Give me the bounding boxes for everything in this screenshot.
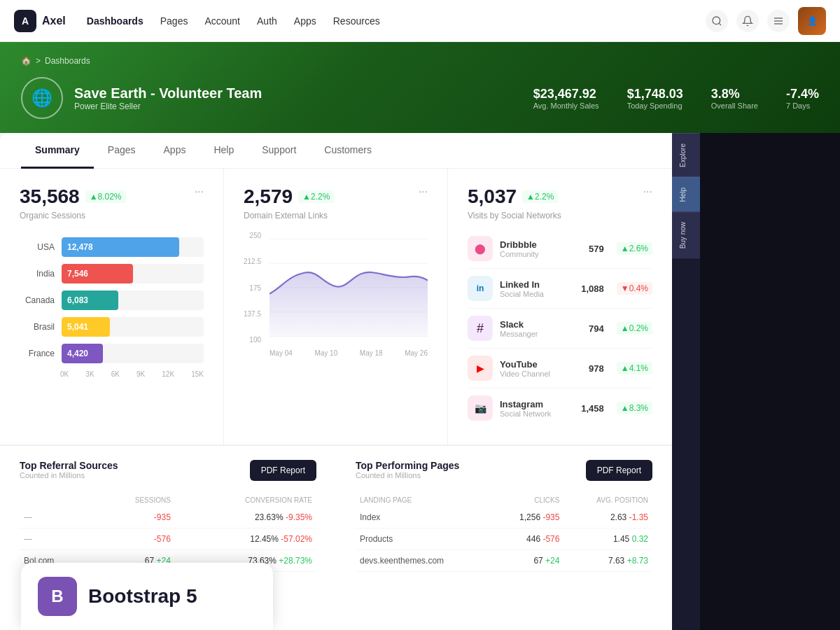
tab-summary[interactable]: Summary <box>21 133 94 169</box>
hero-subtitle: Power Elite Seller <box>74 102 262 111</box>
bar-chart: USA 12,478 India 7,546 <box>20 232 204 384</box>
top-pages-pdf-button[interactable]: PDF Report <box>586 460 652 481</box>
nav-resources[interactable]: Resources <box>333 15 380 27</box>
tab-help[interactable]: Help <box>200 133 248 169</box>
hero-stat-value-1: $1,748.03 <box>627 87 683 101</box>
metric-domain-links: 2,579 ▲2.2% ··· Domain External Links 25… <box>224 169 448 444</box>
tab-support[interactable]: Support <box>248 133 310 169</box>
top-pages-table: LANDING PAGE CLICKS AVG. POSITION Index … <box>356 493 652 572</box>
nav-right: 👤 <box>706 7 826 35</box>
sidebar-help[interactable]: Help <box>672 177 700 212</box>
hero-stat-label-3: 7 Days <box>786 102 819 110</box>
referral-table: SESSIONS CONVERSION RATE — -935 23.63% -… <box>20 493 316 572</box>
metric-organic-sessions: 35,568 ▲8.02% ··· Organic Sessions USA <box>0 169 224 444</box>
hero-stat-value-3: -7.4% <box>786 87 819 101</box>
metric-label-1: Domain External Links <box>244 211 428 220</box>
sidebar-buy[interactable]: Buy now <box>672 211 700 258</box>
breadcrumb: 🏠 > Dashboards <box>21 56 819 66</box>
nav-apps[interactable]: Apps <box>294 15 316 27</box>
hero-stat-2: 3.8% Overall Share <box>711 87 758 110</box>
top-pages-title: Top Performing Pages <box>356 460 459 471</box>
metric-social-networks: 5,037 ▲2.2% ··· Visits by Social Network… <box>448 169 672 444</box>
referral-title: Top Referral Sources <box>20 460 118 471</box>
top-pages-row-1: Products 446 -576 1.45 0.32 <box>356 528 652 550</box>
tab-apps[interactable]: Apps <box>150 133 200 169</box>
breadcrumb-current: Dashboards <box>45 56 90 66</box>
metric-badge-0: ▲8.02% <box>85 190 126 203</box>
referral-pdf-button[interactable]: PDF Report <box>250 460 316 481</box>
metric-label-2: Visits by Social Networks <box>468 211 652 220</box>
referral-subtitle: Counted in Millions <box>20 471 118 479</box>
right-sidebar: Explore Help Buy now <box>672 133 700 630</box>
brand-icon: A <box>14 10 36 32</box>
top-pages-section: Top Performing Pages Counted in Millions… <box>336 446 672 586</box>
search-icon[interactable] <box>706 10 728 32</box>
metric-value-1: 2,579 <box>244 186 293 208</box>
line-chart-svg <box>270 232 428 344</box>
hero-stat-label-1: Today Spending <box>627 102 683 110</box>
metric-badge-1: ▲2.2% <box>298 190 334 203</box>
hero-stat-0: $23,467.92 Avg. Monthly Sales <box>533 87 599 110</box>
bootstrap-text: Bootstrap 5 <box>88 585 197 608</box>
referral-row-0: — -935 23.63% -9.35% <box>20 507 316 528</box>
main-tabs: Summary Pages Apps Help Support Customer… <box>0 133 672 169</box>
top-pages-subtitle: Counted in Millions <box>356 471 459 479</box>
nav-account[interactable]: Account <box>204 15 240 27</box>
social-list: ⬤ Dribbble Community 579 ▲2.6% in <box>468 229 652 428</box>
hero-logo: 🌐 <box>21 77 63 119</box>
nav-auth[interactable]: Auth <box>257 15 277 27</box>
hero-stat-label-0: Avg. Monthly Sales <box>533 102 599 110</box>
hero-stat-value-2: 3.8% <box>711 87 740 101</box>
user-avatar[interactable]: 👤 <box>798 7 826 35</box>
sidebar-explore[interactable]: Explore <box>672 133 700 177</box>
tab-pages[interactable]: Pages <box>94 133 150 169</box>
hero-stat-3: -7.4% 7 Days <box>786 87 819 110</box>
top-pages-row-0: Index 1,256 -935 2.63 -1.35 <box>356 507 652 528</box>
metric-badge-2: ▲2.2% <box>522 190 558 203</box>
nav-dashboards[interactable]: Dashboards <box>87 15 144 27</box>
social-dribbble: ⬤ Dribbble Community 579 ▲2.6% <box>468 229 652 269</box>
brand: A Axel <box>14 10 66 32</box>
hero-stat-value-0: $23,467.92 <box>533 87 596 101</box>
bootstrap-icon: B <box>38 577 77 616</box>
social-slack: # Slack Messanger 794 ▲0.2% <box>468 309 652 349</box>
social-instagram: 📷 Instagram Social Network 1,458 ▲8.3% <box>468 388 652 428</box>
notifications-icon[interactable] <box>736 10 759 32</box>
menu-icon[interactable] <box>767 10 790 32</box>
hero-title: Save Earth - Volunteer Team <box>74 85 262 102</box>
hero-info: Save Earth - Volunteer Team Power Elite … <box>74 85 262 111</box>
metric-value-2: 5,037 <box>468 186 517 208</box>
metric-menu-2[interactable]: ··· <box>643 186 652 198</box>
hero-stat-label-2: Overall Share <box>711 102 758 110</box>
nav-pages[interactable]: Pages <box>160 15 188 27</box>
social-linkedin: in Linked In Social Media 1,088 ▼0.4% <box>468 269 652 309</box>
metric-menu-0[interactable]: ··· <box>195 186 204 198</box>
metric-value-0: 35,568 <box>20 186 80 208</box>
svg-line-1 <box>719 23 721 25</box>
svg-point-0 <box>713 17 720 24</box>
metric-label-0: Organic Sessions <box>20 211 204 220</box>
brand-name: Axel <box>42 15 66 27</box>
top-pages-row-2: devs.keenthemes.com 67 +24 7.63 +8.73 <box>356 550 652 572</box>
hero-stats: $23,467.92 Avg. Monthly Sales $1,748.03 … <box>533 87 819 110</box>
social-youtube: ▶ YouTube Video Channel 978 ▲4.1% <box>468 349 652 388</box>
bootstrap-badge: B Bootstrap 5 <box>21 563 273 630</box>
metric-menu-1[interactable]: ··· <box>419 186 428 198</box>
tab-customers[interactable]: Customers <box>310 133 386 169</box>
breadcrumb-home[interactable]: 🏠 <box>21 56 31 66</box>
nav-links: Dashboards Pages Account Auth Apps Resou… <box>87 15 380 27</box>
hero-stat-1: $1,748.03 Today Spending <box>627 87 683 110</box>
referral-row-1: — -576 12.45% -57.02% <box>20 528 316 550</box>
